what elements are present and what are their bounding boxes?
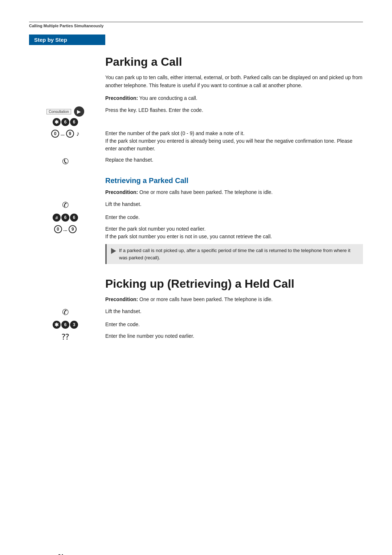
slot-badges-2: 0 ... 9 <box>54 225 77 233</box>
badge-6c: 6 <box>61 214 69 222</box>
held-step3-text: Enter the line number you noted earlier. <box>105 332 363 340</box>
handset-lift-icon-2: ✆ <box>62 308 69 317</box>
badge-6e: 6 <box>61 321 69 329</box>
spacer2 <box>29 270 363 277</box>
parking-step1-text: Press the key. LED flashes. Enter the co… <box>105 106 363 114</box>
parking-step2-text: Enter the number of the park slot (0 - 9… <box>105 130 363 153</box>
note-text: If a parked call is not picked up, after… <box>119 247 359 261</box>
code-badges-1: ✱ 6 6 <box>53 118 78 126</box>
music-note-icon: ♪ <box>76 130 79 138</box>
precondition-text-2: One or more calls have been parked. The … <box>138 189 273 195</box>
badge-6d: 6 <box>70 214 78 222</box>
spacer1 <box>29 169 363 177</box>
held-step1-text: Lift the handset. <box>105 308 363 315</box>
note-arrow-icon <box>111 248 116 254</box>
retrieving-step1-text: Lift the handset. <box>105 200 363 208</box>
parking-step3-text: Replace the handset. <box>105 156 363 164</box>
page-header: Calling Multiple Parties Simultaneously <box>29 24 363 28</box>
slot-end-badge: 9 <box>66 130 74 138</box>
retrieving-step3-icons: 0 ... 9 <box>29 225 105 233</box>
parking-step1-icons: Consultation ▶ ✱ 6 6 <box>29 106 105 126</box>
picking-up-held-call-section: Picking up (Retrieving) a Held Call Prec… <box>29 277 363 342</box>
header-rule <box>29 22 363 22</box>
held-step3-icon: ⁇ <box>29 332 105 342</box>
consult-row: Consultation ▶ <box>46 106 84 117</box>
keypad-icon: ⁇ <box>62 332 69 342</box>
parking-a-call-title: Parking a Call <box>105 55 363 69</box>
picking-up-title: Picking up (Retrieving) a Held Call <box>105 277 363 291</box>
handset-lift-icon: ✆ <box>62 200 69 210</box>
retrieving-step3-text: Enter the park slot number you noted ear… <box>105 225 363 240</box>
badge-star-2: ✱ <box>53 321 61 329</box>
parking-step2-icons: 0 ... 9 ♪ <box>29 130 105 138</box>
held-step1: ✆ Lift the handset. <box>29 308 363 317</box>
parking-step3: ✆ Replace the handset. <box>29 156 363 166</box>
slot-badges: 0 ... 9 ♪ <box>51 130 79 138</box>
retrieving-step2-icons: # 6 6 <box>29 214 105 222</box>
held-step2-icons: ✱ 6 3 <box>29 321 105 329</box>
precondition-label-1: Precondition: <box>105 95 138 101</box>
parking-precondition: Precondition: You are conducting a call. <box>105 94 363 102</box>
badge-star: ✱ <box>53 118 61 126</box>
retrieving-step2: # 6 6 Enter the code. <box>29 214 363 222</box>
held-step3: ⁇ Enter the line number you noted earlie… <box>29 332 363 342</box>
slot-dots-2: ... <box>64 227 68 232</box>
parking-intro: You can park up to ten calls, either int… <box>105 74 363 89</box>
arrow-circle-icon: ▶ <box>74 106 84 117</box>
held-step2-text: Enter the code. <box>105 321 363 328</box>
slot-end-badge-2: 9 <box>69 225 77 233</box>
badge-6a: 6 <box>61 118 69 126</box>
retrieving-title: Retrieving a Parked Call <box>105 177 363 185</box>
precondition-text-3: One or more calls have been parked. The … <box>138 296 273 302</box>
badge-hash: # <box>53 214 61 222</box>
page-number: 24 <box>58 553 63 555</box>
retrieving-step1: ✆ Lift the handset. <box>29 200 363 210</box>
code-badges-3: ✱ 6 3 <box>53 321 78 329</box>
consultation-button-label: Consultation <box>46 109 71 114</box>
held-precondition: Precondition: One or more calls have bee… <box>105 296 363 303</box>
retrieving-step2-text: Enter the code. <box>105 214 363 221</box>
held-step2: ✱ 6 3 Enter the code. <box>29 321 363 329</box>
parking-step2: 0 ... 9 ♪ Enter the number of the park s… <box>29 130 363 153</box>
precondition-text-1: You are conducting a call. <box>138 95 197 101</box>
slot-start-badge: 0 <box>51 130 59 138</box>
slot-dots: ... <box>61 131 65 137</box>
handset-replace-icon: ✆ <box>62 156 69 166</box>
retrieving-step1-icon: ✆ <box>29 200 105 210</box>
held-step1-icon: ✆ <box>29 308 105 317</box>
badge-6b: 6 <box>70 118 78 126</box>
parking-step1: Consultation ▶ ✱ 6 6 Press the key. LED … <box>29 106 363 126</box>
retrieving-parked-call-section: Retrieving a Parked Call Precondition: O… <box>29 177 363 264</box>
retrieving-step3: 0 ... 9 Enter the park slot number you n… <box>29 225 363 240</box>
badge-3: 3 <box>70 321 78 329</box>
precondition-label-2: Precondition: <box>105 189 138 195</box>
retrieving-precondition: Precondition: One or more calls have bee… <box>105 189 363 196</box>
slot-start-badge-2: 0 <box>54 225 62 233</box>
retrieving-note-box: If a parked call is not picked up, after… <box>105 244 363 264</box>
code-badges-2: # 6 6 <box>53 214 78 222</box>
step-by-step-label: Step by Step <box>29 35 105 45</box>
parking-a-call-section: Parking a Call You can park up to ten ca… <box>29 55 363 166</box>
parking-step3-icon: ✆ <box>29 156 105 166</box>
precondition-label-3: Precondition: <box>105 296 138 302</box>
